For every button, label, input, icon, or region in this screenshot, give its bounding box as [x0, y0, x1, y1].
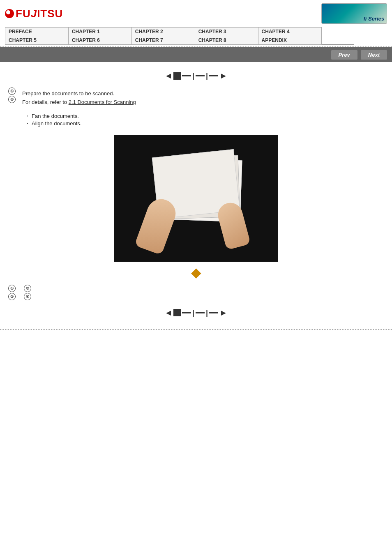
header: FUJITSU fi Series — [0, 0, 392, 25]
nav-bar: Prev Next — [0, 47, 392, 62]
nav-dash2 — [196, 75, 205, 76]
step3-circles: ③ ④ — [24, 284, 31, 301]
nav-chapter2[interactable]: CHAPTER 2 — [131, 28, 195, 36]
nav-chapter6[interactable]: CHAPTER 6 — [68, 36, 131, 45]
circle-5: ③ — [24, 285, 31, 292]
step1-instruction: Prepare the documents to be scanned. — [22, 90, 114, 97]
prev-button[interactable]: Prev — [331, 50, 357, 60]
bottom-last-page-btn[interactable]: ► — [219, 308, 228, 318]
circle-6: ④ — [24, 293, 31, 300]
step1-content: Prepare the documents to be scanned. For… — [19, 87, 136, 109]
step2-circles: ① ② — [8, 284, 16, 301]
nav-chapter5[interactable]: CHAPTER 5 — [5, 36, 69, 45]
nav-table: PREFACE CHAPTER 1 CHAPTER 2 CHAPTER 3 CH… — [5, 27, 387, 45]
step1-link[interactable]: 2.1 Documents for Scanning — [69, 99, 136, 105]
step1-refer: For details, refer to 2.1 Documents for … — [22, 99, 136, 105]
circle-1: ① — [8, 88, 16, 95]
circle-2: ② — [8, 96, 16, 103]
page-sep2: | — [206, 71, 208, 80]
step1-circles: ① ② — [8, 87, 16, 104]
hint-diamond-icon: ◆ — [191, 265, 201, 280]
bottom-nav-dash3 — [209, 312, 218, 313]
fi-series-text: fi Series — [363, 16, 384, 22]
nav-dash1 — [182, 75, 191, 76]
bullet-list: Fan the documents. Align the documents. — [25, 113, 384, 127]
last-page-btn[interactable]: ► — [219, 71, 228, 81]
nav-appendix[interactable]: APPENDIX — [258, 36, 321, 45]
bottom-first-page-btn[interactable]: ◄ — [164, 308, 173, 318]
bottom-page-nav: ◄ | | ► — [8, 308, 384, 318]
logo-text: FUJITSU — [16, 7, 63, 20]
bottom-nav-dash2 — [196, 312, 205, 313]
nav-line1 — [321, 28, 354, 36]
bullet-item-2: Align the documents. — [25, 120, 384, 127]
image-container: ◆ — [8, 135, 384, 280]
nav-preface[interactable]: PREFACE — [5, 28, 69, 36]
step1-row: ① ② Prepare the documents to be scanned.… — [8, 87, 384, 109]
nav-chapter8[interactable]: CHAPTER 8 — [195, 36, 258, 45]
logo-icon — [5, 9, 14, 18]
page-sep1: | — [192, 71, 194, 80]
bottom-current-page-block — [173, 309, 181, 316]
step1-text: Prepare the documents to be scanned. For… — [22, 90, 136, 107]
fi-series-logo: fi Series — [321, 3, 387, 24]
circle-3: ① — [8, 285, 16, 292]
content-area: ◄ | | ► ① ② Prepare the documents to be … — [0, 62, 392, 325]
nav-chapter3[interactable]: CHAPTER 3 — [195, 28, 258, 36]
top-page-nav: ◄ | | ► — [8, 71, 384, 81]
nav-chapter4[interactable]: CHAPTER 4 — [258, 28, 321, 36]
bottom-nav-dash1 — [182, 312, 191, 313]
nav-empty — [354, 36, 387, 45]
current-page-block — [173, 72, 181, 80]
next-button[interactable]: Next — [361, 50, 387, 60]
hint-icon-container: ◆ — [191, 265, 201, 280]
step2-row: ① ② ③ ④ — [8, 284, 384, 301]
nav-line3 — [321, 36, 354, 45]
document-photo — [114, 135, 278, 262]
fujitsu-logo: FUJITSU — [5, 7, 63, 20]
bottom-separator — [0, 329, 392, 330]
first-page-btn[interactable]: ◄ — [164, 71, 173, 81]
bottom-page-sep1: | — [192, 309, 194, 317]
nav-dash3 — [209, 75, 218, 76]
nav-chapter1[interactable]: CHAPTER 1 — [68, 28, 131, 36]
bottom-page-sep2: | — [206, 309, 208, 317]
bullet-item-1: Fan the documents. — [25, 113, 384, 120]
nav-line2 — [354, 28, 387, 36]
circle-4: ② — [8, 293, 16, 300]
nav-chapter7[interactable]: CHAPTER 7 — [131, 36, 195, 45]
